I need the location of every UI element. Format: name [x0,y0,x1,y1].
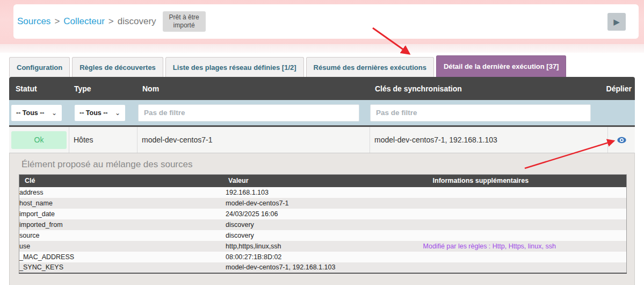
column-header-deplier: Déplier [607,84,635,93]
chevron-down-icon: ⌄ [52,109,57,117]
chevron-down-icon: ⌄ [115,109,120,117]
expand-row-button[interactable] [617,137,626,144]
detail-value: discovery [226,230,423,241]
play-icon: ▶ [613,18,620,26]
eye-icon [617,137,626,144]
banner-fade-strip [0,44,644,53]
detail-row-address: address 192.168.1.103 [19,187,627,198]
breadcrumb-separator: > [54,16,60,27]
detail-row-host-name: host_name model-dev-centos7-1 [19,198,627,209]
results-table-header: Statut Type Nom Clés de synchronisation … [9,77,635,100]
column-header-cles-sync: Clés de synchronisation [370,84,607,93]
row-sync-keys: model-dev-centos7-1, 192.168.1.103 [370,127,607,153]
type-filter-value: -- Tous -- [79,109,108,117]
status-badge-line1: Prêt à être [169,13,199,22]
status-badge-ok: Ok [11,131,67,149]
detail-key: _SYNC_KEYS [19,262,226,273]
detail-key: use [19,241,226,252]
status-filter-value: -- Tous -- [16,109,45,117]
detail-table-header: Clé Valeur Informations supplémentaires [19,175,627,187]
breadcrumb: Sources > Collecteur > discovery [17,16,156,27]
table-row: Ok Hôtes model-dev-centos7-1 model-dev-c… [9,125,635,153]
detail-column-cle: Clé [19,175,226,187]
tab-detail-derniere-execution[interactable]: Détail de la dernière exécution [37] [436,55,567,77]
detail-key: import_date [19,209,226,219]
detail-column-valeur: Valeur [226,175,423,187]
rule-modified-note: Modifié par les règles : Http, Https, li… [423,241,627,252]
detail-info [423,252,627,262]
results-table: Statut Type Nom Clés de synchronisation … [9,77,635,153]
tab-liste-des-plages-reseau[interactable]: Liste des plages réseau définies [1/2] [165,57,304,77]
detail-value: 08:00:27:1B:8D:02 [226,252,423,262]
detail-row-source: source discovery [19,230,627,241]
detail-row-sync-keys: _SYNC_KEYS model-dev-centos7-1, 192.168.… [19,262,627,273]
column-header-statut: Statut [9,84,69,93]
detail-row-use: use http,https,linux,ssh Modifié par les… [19,241,627,252]
breadcrumb-separator: > [108,16,114,27]
status-badge: Prêt à être importé [163,11,206,32]
detail-row-mac-address: _MAC_ADDRESS 08:00:27:1B:8D:02 [19,252,627,262]
row-type: Hôtes [69,127,137,153]
detail-info [423,262,627,273]
detail-info [423,219,627,230]
detail-info [423,198,627,209]
row-name: model-dev-centos7-1 [137,127,370,153]
column-header-nom: Nom [137,84,370,93]
detail-info [423,187,627,198]
status-badge-line2: importé [169,22,199,30]
detail-table: Clé Valeur Informations supplémentaires … [19,174,627,274]
detail-value: 192.168.1.103 [226,187,423,198]
sync-keys-filter-input[interactable] [370,104,591,122]
tab-configuration[interactable]: Configuration [9,57,70,77]
top-banner: Sources > Collecteur > discovery Prêt à … [0,0,644,44]
detail-info [423,209,627,219]
detail-info [423,230,627,241]
breadcrumb-current: discovery [118,16,156,27]
type-filter-select[interactable]: -- Tous -- ⌄ [75,105,125,121]
detail-value: 24/03/2025 16:06 [226,209,423,219]
run-button[interactable]: ▶ [607,13,626,31]
detail-key: host_name [19,198,226,209]
detail-value: model-dev-centos7-1 [226,198,423,209]
column-header-type: Type [69,84,137,93]
detail-row-imported-from: imported_from discovery [19,219,627,230]
detail-key: address [19,187,226,198]
breadcrumb-sources[interactable]: Sources [17,16,50,27]
breadcrumb-collecteur[interactable]: Collecteur [63,16,105,27]
breadcrumb-panel: Sources > Collecteur > discovery Prêt à … [13,4,639,39]
detail-value: discovery [226,219,423,230]
detail-section-title: Élément proposé au mélange des sources [21,159,627,170]
name-filter-input[interactable] [138,104,359,122]
detail-key: imported_from [19,219,226,230]
tab-bar: Configuration Règles de découvertes List… [9,55,644,77]
tab-regles-de-decouvertes[interactable]: Règles de découvertes [72,57,163,77]
status-filter-select[interactable]: -- Tous -- ⌄ [11,105,62,121]
detail-key: _MAC_ADDRESS [19,252,226,262]
detail-value: http,https,linux,ssh [226,241,423,252]
detail-value: model-dev-centos7-1, 192.168.1.103 [226,262,423,273]
detail-column-infos: Informations supplémentaires [423,175,627,187]
tab-resume-dernieres-executions[interactable]: Résumé des dernières exécutions [306,57,434,77]
detail-section: Élément proposé au mélange des sources C… [9,153,635,285]
detail-key: source [19,230,226,241]
filter-row: -- Tous -- ⌄ -- Tous -- ⌄ [9,100,635,125]
detail-row-import-date: import_date 24/03/2025 16:06 [19,209,627,219]
